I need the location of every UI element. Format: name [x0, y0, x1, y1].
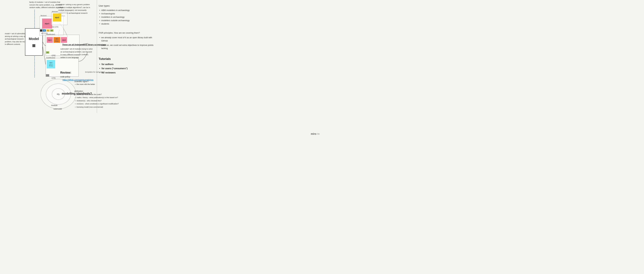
- submodel2-label: SubModel2: [46, 57, 55, 59]
- algo2-yellow-box: algo2: [53, 14, 61, 22]
- attribution-section: attribution: author(s) - who wrote the c…: [74, 90, 120, 109]
- tutorial-item-authors: for authors: [99, 63, 147, 66]
- module2-no-cite: NO CITE: [52, 26, 58, 28]
- user-type-item: Archaeologists: [99, 13, 142, 15]
- user-types-list: ABM modellers in archaeology Archaeologi…: [99, 9, 142, 25]
- fair-item: Later on, we could set extra objectives …: [99, 44, 155, 50]
- submodel1-label: SubModel1: [46, 33, 55, 35]
- submodel1-bottom-icons: C#: [46, 51, 49, 54]
- submodel1-algo1: algo1: [47, 37, 53, 43]
- model-square-icon: [32, 44, 35, 47]
- attribution-item: revisions - what constitutes a significa…: [74, 103, 120, 105]
- tutorials-title: Tutorials: [99, 57, 147, 61]
- user-types-title: User types:: [99, 5, 142, 7]
- submodel1-cite: CITE: [52, 55, 56, 57]
- scientific-list: the more refs the better: [74, 83, 103, 85]
- submodel1-algo3: algo3(not inlibrary): [54, 37, 60, 43]
- module2-label: Module2: [52, 11, 58, 13]
- attribution-item: reviewer(s) - who checked this?: [74, 100, 120, 102]
- scientific-section: Scientific rigour? the more refs the bet…: [74, 80, 103, 85]
- submodel1-algos: algo1 algo3(not inlibrary) algo2: [47, 37, 67, 43]
- attribution-list: author(s) - who wrote the code? maths / …: [74, 93, 120, 108]
- fair-list: we already cover most of it as an open l…: [99, 36, 155, 50]
- r-icon: R: [43, 29, 46, 32]
- circle-submodel-label: submodel: [54, 108, 62, 110]
- circle-inner-label: alg.: [57, 93, 60, 95]
- fair-item: we already cover most of it as an open l…: [99, 36, 155, 42]
- attribution-item: maths / theory - what publication(s) is …: [74, 96, 120, 99]
- circle-module-label: module: [51, 104, 58, 107]
- algo4-box: algo4(not inlibrary): [47, 60, 55, 68]
- fair-title: FAIR principles. How are we covering the…: [99, 32, 155, 34]
- miro-text: miro: [311, 132, 316, 135]
- templates-note: templates for each type?: [85, 71, 104, 73]
- python-icon: Py: [46, 29, 50, 32]
- submodel1-algo2: algo2: [61, 37, 67, 43]
- miro-logo: miro lite: [311, 132, 320, 135]
- model-label: Model: [29, 37, 39, 41]
- submodel2-bottom-icons: [46, 74, 49, 77]
- submodel1-c-icon: C#: [46, 51, 49, 54]
- submodel-description: submodel= set of modules trying to solve…: [60, 48, 93, 59]
- user-type-item: modellers outside archaeology: [99, 19, 142, 22]
- user-types-section: User types: ABM modellers in archaeology…: [99, 5, 142, 26]
- attribution-title: attribution:: [74, 90, 120, 92]
- tutorial-item-users: for users ("consumers"): [99, 67, 147, 70]
- scientific-item: the more refs the better: [74, 83, 103, 85]
- c-icon: C#: [50, 29, 53, 32]
- user-type-item: students: [99, 23, 142, 25]
- user-type-item: ABM modellers in archaeology: [99, 9, 142, 12]
- black-square-icon: [40, 29, 42, 32]
- fair-section: FAIR principles. How are we covering the…: [99, 32, 155, 51]
- module1-icons: R Py C#: [40, 29, 53, 32]
- submodel2-gray-icon: [46, 74, 49, 77]
- scientific-title: Scientific rigour?: [74, 80, 103, 83]
- algo1-box: algo1: [42, 19, 52, 29]
- attribution-item: licensing model (non-commercial): [74, 106, 120, 108]
- code-policy-label: code policy:: [60, 76, 107, 78]
- miro-lite-text: lite: [317, 133, 320, 135]
- user-type-item: modellers in archaeology: [99, 16, 142, 18]
- submodel2-cite: CITE: [52, 77, 56, 79]
- attribution-item: author(s) - who wrote the code?: [74, 93, 120, 96]
- module1-label: Module1: [40, 15, 47, 17]
